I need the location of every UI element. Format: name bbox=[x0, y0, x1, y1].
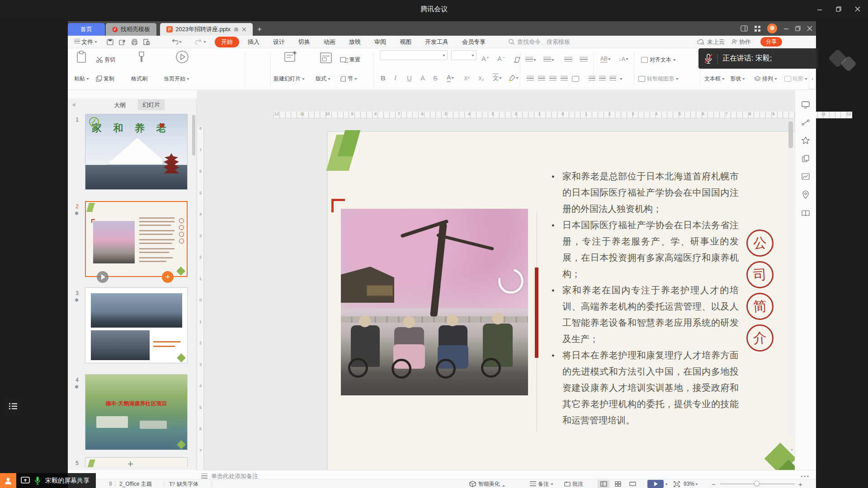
menu-tab[interactable]: 会员专享 bbox=[462, 38, 486, 46]
file-menu[interactable]: 文件 bbox=[74, 36, 97, 48]
menu-tab[interactable]: 动画 bbox=[324, 38, 335, 46]
print-preview-icon[interactable] bbox=[143, 39, 150, 45]
decrease-font-icon[interactable]: A⁻ bbox=[497, 52, 505, 66]
font-name-combo[interactable] bbox=[380, 50, 448, 60]
missing-font-warning[interactable]: T?缺失字体 bbox=[169, 479, 198, 488]
slide-thumbnail-5-partial[interactable] bbox=[85, 457, 188, 467]
zoom-slider-knob[interactable] bbox=[754, 481, 760, 486]
collapse-panel-icon[interactable]: « bbox=[72, 101, 76, 108]
vertical-ruler[interactable]: 87654321012345678 bbox=[198, 126, 204, 474]
menu-tab[interactable]: 开发工具 bbox=[425, 38, 448, 46]
paste-icon[interactable] bbox=[76, 50, 87, 64]
font-color-button[interactable]: A bbox=[447, 71, 454, 84]
new-slide-icon[interactable] bbox=[284, 50, 297, 64]
comments-button[interactable]: 批注 bbox=[564, 479, 583, 488]
menu-tab[interactable]: 审阅 bbox=[374, 38, 386, 46]
print-icon[interactable] bbox=[131, 39, 138, 45]
command-search[interactable]: 查找命令、搜索模板 bbox=[509, 36, 570, 48]
align-right-icon[interactable] bbox=[549, 76, 557, 82]
copy-button[interactable]: 复制 bbox=[96, 72, 114, 85]
slide-thumbnail-4[interactable]: 德丰·天鹅湖康养社区项目 bbox=[85, 374, 188, 450]
meeting-panel-toggle[interactable] bbox=[4, 397, 23, 416]
section-button[interactable]: 节 bbox=[340, 72, 357, 85]
smart-beautify-button[interactable]: 智能美化 bbox=[469, 479, 505, 488]
slide-thumbnail-2-selected[interactable] bbox=[85, 201, 188, 277]
play-slideshow-button[interactable] bbox=[647, 480, 664, 488]
superscript-button[interactable]: X² bbox=[464, 72, 469, 85]
reset-button[interactable]: 重置 bbox=[340, 53, 360, 66]
fit-slide-button[interactable] bbox=[674, 479, 680, 488]
current-slide[interactable]: 家和养老是总部位于日本北海道首府札幌市的日本国际医疗福祉产学协会在中国国内注册的… bbox=[328, 132, 796, 479]
text-box-button[interactable]: 文本框 bbox=[704, 72, 725, 85]
maximize-icon[interactable] bbox=[831, 3, 846, 15]
zoom-out-button[interactable]: − bbox=[712, 479, 716, 488]
notes-toggle-button[interactable]: 备注 bbox=[530, 479, 553, 488]
menu-tab[interactable]: 设计 bbox=[273, 38, 285, 46]
location-pin-icon[interactable] bbox=[802, 191, 809, 199]
close-tab-icon[interactable] bbox=[242, 27, 246, 32]
slide-bullet-list[interactable]: 家和养老是总部位于日本北海道首府札幌市的日本国际医疗福祉产学协会在中国国内注册的… bbox=[552, 168, 739, 428]
close-icon[interactable] bbox=[850, 3, 865, 15]
slide-sorter-view-button[interactable] bbox=[612, 480, 624, 488]
export-icon[interactable] bbox=[119, 39, 126, 45]
horizontal-ruler[interactable]: 1211109876543210123456789101112 bbox=[274, 112, 852, 118]
align-center-icon[interactable] bbox=[538, 76, 545, 82]
zoom-in-button[interactable]: + bbox=[798, 479, 802, 488]
ribbon-expander[interactable]: › bbox=[809, 68, 816, 89]
justify-icon[interactable] bbox=[561, 76, 568, 82]
paste-button[interactable]: 粘贴 bbox=[74, 72, 89, 85]
slide-thumbnail-3[interactable] bbox=[85, 287, 188, 363]
reading-view-button[interactable] bbox=[627, 480, 638, 488]
underline-button[interactable]: U bbox=[407, 71, 412, 84]
clear-format-icon[interactable] bbox=[513, 53, 521, 66]
bullet-list-icon[interactable] bbox=[525, 53, 536, 66]
canvas-scrollbar-thumb[interactable] bbox=[788, 121, 793, 148]
wps-minimize-icon[interactable] bbox=[783, 26, 789, 31]
play-from-page-icon[interactable] bbox=[175, 50, 189, 64]
cloud-status[interactable]: 未上云 bbox=[697, 36, 725, 48]
save-icon[interactable] bbox=[107, 39, 113, 45]
doc-assistant-icon[interactable] bbox=[233, 27, 239, 32]
redo-button[interactable] bbox=[195, 36, 206, 48]
menu-tab[interactable]: 插入 bbox=[248, 38, 259, 46]
shapes-button[interactable]: 形状 bbox=[730, 72, 745, 85]
chart-image-icon[interactable] bbox=[802, 173, 810, 180]
decrease-indent-icon[interactable] bbox=[564, 53, 572, 66]
previous-slide-button[interactable]: ⌃ bbox=[790, 448, 794, 454]
line-spacing-icon[interactable] bbox=[609, 76, 616, 82]
undo-button[interactable] bbox=[171, 36, 182, 48]
wps-close-icon[interactable] bbox=[807, 26, 812, 31]
presenter-view-icon[interactable] bbox=[802, 101, 810, 108]
tab-start[interactable]: 开始 bbox=[215, 36, 239, 48]
italic-button[interactable]: I bbox=[394, 71, 396, 84]
numbered-list-icon[interactable] bbox=[543, 53, 554, 66]
increase-font-icon[interactable]: A⁺ bbox=[481, 52, 490, 66]
arrange-button[interactable]: 排列 bbox=[754, 72, 777, 85]
distribute-icon[interactable] bbox=[572, 76, 579, 82]
format-painter-icon[interactable] bbox=[137, 50, 146, 64]
panel-scrollbar[interactable] bbox=[192, 115, 195, 155]
mic-active-icon[interactable] bbox=[34, 476, 41, 485]
font-size-combo[interactable] bbox=[451, 50, 476, 60]
tab-home[interactable]: 首页 bbox=[68, 23, 105, 36]
participant-button[interactable] bbox=[0, 473, 16, 488]
tab-document[interactable]: P 2023年招聘讲座.pptx bbox=[160, 23, 253, 36]
play-options-caret[interactable] bbox=[665, 483, 668, 487]
tab-docer-templates[interactable]: 找稻壳模板 bbox=[106, 23, 156, 36]
split-window-icon[interactable] bbox=[741, 25, 748, 32]
to-smartart-button[interactable]: 转智能图形 bbox=[638, 72, 679, 85]
layout-button[interactable]: 版式 bbox=[316, 72, 330, 85]
user-avatar[interactable] bbox=[767, 23, 777, 33]
menu-tab[interactable]: 放映 bbox=[349, 38, 361, 46]
align-text-button[interactable]: 对齐文本 bbox=[641, 53, 676, 66]
star-icon[interactable] bbox=[802, 136, 810, 144]
increase-indent-icon[interactable] bbox=[580, 53, 588, 66]
align-left-icon[interactable] bbox=[527, 76, 534, 82]
outline-button[interactable]: 轮廓 bbox=[784, 72, 807, 85]
new-slide-button[interactable]: 新建幻灯片 bbox=[274, 72, 305, 85]
book-icon[interactable] bbox=[802, 210, 810, 216]
menu-tab[interactable]: 切换 bbox=[298, 38, 310, 46]
next-slide-button[interactable]: ⌄ bbox=[790, 460, 794, 466]
bold-button[interactable]: B bbox=[381, 71, 386, 84]
new-tab-button[interactable]: + bbox=[253, 23, 266, 36]
